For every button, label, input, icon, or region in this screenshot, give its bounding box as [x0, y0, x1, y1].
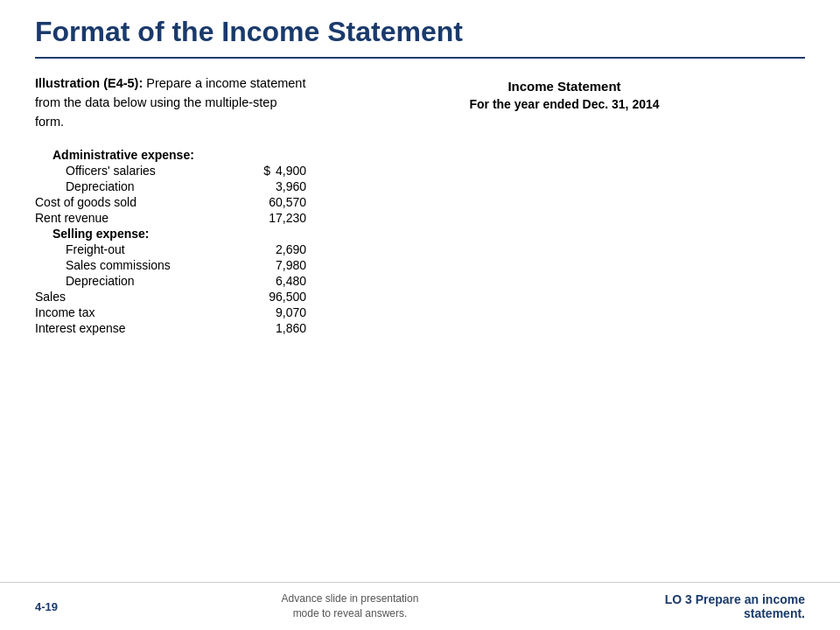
footer-center-text: Advance slide in presentationmode to rev…	[88, 592, 612, 621]
row-label: Depreciation	[35, 274, 254, 288]
row-label: Interest expense	[35, 321, 254, 335]
row-value	[254, 148, 306, 162]
row-label: Selling expense:	[35, 227, 254, 241]
data-table: Administrative expense: Officers' salari…	[35, 147, 306, 336]
row-value: 96,500	[254, 290, 306, 304]
row-value	[254, 227, 306, 241]
row-label: Income tax	[35, 305, 254, 319]
page: Format of the Income Statement Illustrat…	[0, 0, 840, 630]
statement-subtitle: For the year ended Dec. 31, 2014	[324, 97, 805, 111]
row-value: 3,960	[254, 179, 306, 193]
row-value: 60,570	[254, 195, 306, 209]
row-label: Administrative expense:	[35, 148, 254, 162]
statement-title: Income Statement	[324, 79, 805, 94]
slide-number: 4-19	[35, 600, 88, 613]
row-value: 6,480	[254, 274, 306, 288]
illustration-text: Illustration (E4-5): Prepare a income st…	[35, 74, 306, 131]
table-row: Selling expense:	[35, 226, 306, 242]
row-value: 17,230	[254, 211, 306, 225]
row-label: Rent revenue	[35, 211, 254, 225]
table-row: Depreciation 3,960	[35, 178, 306, 194]
row-label: Sales commissions	[35, 258, 254, 272]
content-area: Illustration (E4-5): Prepare a income st…	[0, 59, 840, 336]
income-statement-box: Income Statement For the year ended Dec.…	[324, 74, 805, 111]
footer-area: 4-19 Advance slide in presentationmode t…	[0, 582, 840, 630]
right-panel: Income Statement For the year ended Dec.…	[306, 74, 805, 336]
row-label: Freight-out	[35, 242, 254, 256]
row-label: Sales	[35, 290, 254, 304]
footer-lo-text: LO 3 Prepare an income statement.	[612, 592, 805, 620]
table-row: Sales 96,500	[35, 289, 306, 304]
table-row: Depreciation 6,480	[35, 273, 306, 289]
left-panel: Illustration (E4-5): Prepare a income st…	[35, 74, 306, 336]
row-label: Officers' salaries	[35, 164, 254, 178]
row-value: 2,690	[254, 242, 306, 256]
row-value: 7,980	[254, 258, 306, 272]
title-area: Format of the Income Statement	[0, 0, 840, 57]
row-value: 1,860	[254, 321, 306, 335]
table-row: Officers' salaries $ 4,900	[35, 163, 306, 178]
table-row: Cost of goods sold 60,570	[35, 194, 306, 210]
illustration-label: Illustration (E4-5):	[35, 76, 143, 90]
row-label: Depreciation	[35, 179, 254, 193]
table-row: Sales commissions 7,980	[35, 257, 306, 273]
row-label: Cost of goods sold	[35, 195, 254, 209]
table-row: Administrative expense:	[35, 147, 306, 163]
row-value: 9,070	[254, 305, 306, 319]
page-title: Format of the Income Statement	[35, 16, 805, 48]
table-row: Rent revenue 17,230	[35, 210, 306, 226]
dollar-icon: $	[263, 164, 270, 178]
table-row: Income tax 9,070	[35, 304, 306, 320]
table-row: Freight-out 2,690	[35, 242, 306, 257]
table-row: Interest expense 1,860	[35, 320, 306, 336]
row-value: $ 4,900	[254, 164, 306, 178]
